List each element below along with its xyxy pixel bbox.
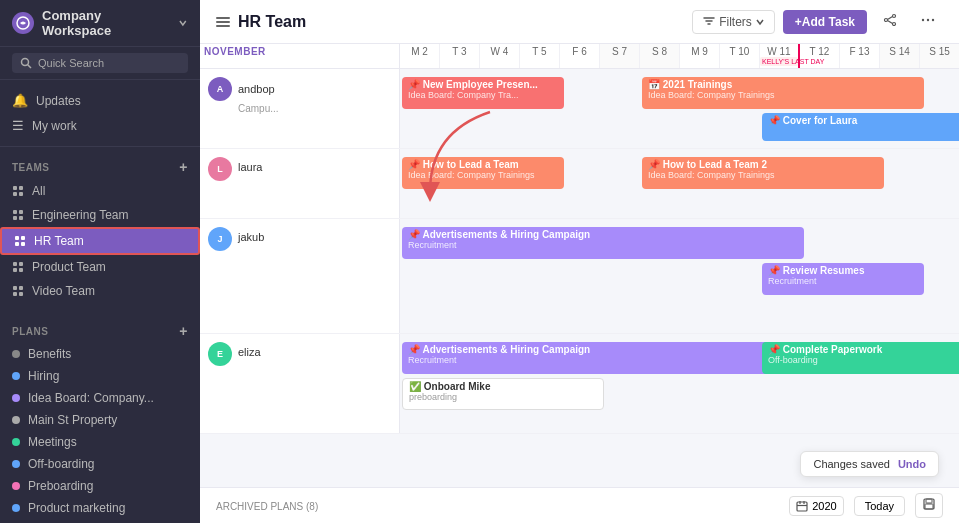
svg-rect-21: [13, 292, 17, 296]
plan-dot: [12, 372, 20, 380]
svg-rect-8: [19, 210, 23, 214]
sidebar-item-video-label: Video Team: [32, 284, 95, 298]
sidebar: Company Workspace Quick Search 🔔 Updates…: [0, 0, 200, 523]
day-label: S 14: [880, 46, 919, 57]
task-title: 📌 How to Lead a Team: [408, 159, 558, 170]
task-ads-hiring-eliza[interactable]: 📌 Advertisements & Hiring Campaign Recru…: [402, 342, 804, 374]
plan-hiring[interactable]: Hiring: [0, 365, 200, 387]
undo-button[interactable]: Undo: [898, 458, 926, 470]
sidebar-item-hr[interactable]: HR Team: [0, 227, 200, 255]
task-2021-trainings[interactable]: 📅 2021 Trainings Idea Board: Company Tra…: [642, 77, 924, 109]
svg-point-1: [22, 59, 29, 66]
day-label: W 11: [760, 46, 798, 57]
bottom-controls: 2020 Today: [789, 493, 943, 518]
plan-product-marketing-label: Product marketing: [28, 501, 125, 515]
plan-idea-board-label: Idea Board: Company...: [28, 391, 154, 405]
month-label: NOVEMBER: [204, 46, 395, 57]
search-area[interactable]: Quick Search: [0, 47, 200, 80]
share-button[interactable]: [875, 8, 905, 35]
task-how-lead[interactable]: 📌 How to Lead a Team Idea Board: Company…: [402, 157, 564, 189]
day-label: S 7: [600, 46, 639, 57]
row-label-header: NOVEMBER: [200, 44, 400, 68]
svg-rect-11: [15, 236, 19, 240]
task-cover-laura[interactable]: 📌 Cover for Laura: [762, 113, 959, 141]
row-label-jakub: J jakub: [200, 219, 400, 333]
svg-rect-4: [19, 186, 23, 190]
task-complete-paperwork[interactable]: 📌 Complete Paperwork Off-boarding: [762, 342, 959, 374]
sidebar-item-hr-label: HR Team: [34, 234, 84, 248]
sidebar-item-all[interactable]: All: [0, 179, 200, 203]
plan-main-st[interactable]: Main St Property: [0, 409, 200, 431]
sidebar-item-product[interactable]: Product Team: [0, 255, 200, 279]
archived-label-footer: ARCHIVED PLANS (8): [216, 501, 318, 512]
task-title: 📌 Complete Paperwork: [768, 344, 956, 355]
team-icon: [12, 209, 24, 221]
plan-product-marketing[interactable]: Product marketing: [0, 497, 200, 519]
svg-rect-14: [21, 242, 25, 246]
task-sub: preboarding: [409, 392, 597, 402]
task-ads-hiring-jakub[interactable]: 📌 Advertisements & Hiring Campaign Recru…: [402, 227, 804, 259]
bell-icon: 🔔: [12, 93, 28, 108]
day-col-14: S 15: [920, 44, 959, 68]
svg-point-29: [927, 19, 929, 21]
svg-rect-3: [13, 186, 17, 190]
teams-label: TEAMS: [12, 162, 50, 173]
nav-my-work[interactable]: ☰ My work: [0, 113, 200, 138]
svg-point-30: [932, 19, 934, 21]
svg-line-27: [888, 21, 893, 24]
teams-section: TEAMS + All Engineering Team HR Team Pro…: [0, 147, 200, 311]
gantt-row-laura: L laura 📌 How to Lead a Team Idea Board:…: [200, 149, 959, 219]
row-label-eliza: E eliza: [200, 334, 400, 433]
svg-rect-10: [19, 216, 23, 220]
sidebar-item-all-label: All: [32, 184, 45, 198]
svg-point-23: [893, 15, 896, 18]
product-team-icon: [12, 261, 24, 273]
save-button[interactable]: [915, 493, 943, 518]
calendar-button[interactable]: 2020: [789, 496, 843, 516]
plan-preboarding[interactable]: Preboarding: [0, 475, 200, 497]
add-task-button[interactable]: +Add Task: [783, 10, 867, 34]
plan-dot: [12, 504, 20, 512]
timeline-container[interactable]: NOVEMBER M 2 T 3 W 4 T 5: [200, 44, 959, 487]
plan-meetings[interactable]: Meetings: [0, 431, 200, 453]
year-label: 2020: [812, 500, 836, 512]
changes-saved-toast: Changes saved Undo: [800, 451, 939, 477]
day-col-3: W 4: [480, 44, 520, 68]
task-sub: Idea Board: Company Trainings: [648, 90, 918, 100]
svg-point-28: [922, 19, 924, 21]
timeline-header: NOVEMBER M 2 T 3 W 4 T 5: [200, 44, 959, 69]
task-how-lead-2[interactable]: 📌 How to Lead a Team 2 Idea Board: Compa…: [642, 157, 884, 189]
quick-search-box[interactable]: Quick Search: [12, 53, 188, 73]
task-review-resumes-1[interactable]: 📌 Review Resumes Recruitment: [762, 263, 924, 295]
sidebar-item-engineering[interactable]: Engineering Team: [0, 203, 200, 227]
svg-rect-9: [13, 216, 17, 220]
svg-rect-17: [13, 268, 17, 272]
task-new-employee[interactable]: 📌 New Employee Presen... Idea Board: Com…: [402, 77, 564, 109]
sidebar-item-video[interactable]: Video Team: [0, 279, 200, 303]
add-plan-button[interactable]: +: [179, 323, 188, 339]
day-col-8: M 9: [680, 44, 720, 68]
svg-rect-16: [19, 262, 23, 266]
video-team-icon: [12, 285, 24, 297]
plan-idea-board[interactable]: Idea Board: Company...: [0, 387, 200, 409]
archived-plans-footer[interactable]: ARCHIVED PLANS (8): [216, 499, 318, 513]
task-onboard-mike[interactable]: ✅ Onboard Mike preboarding: [402, 378, 604, 410]
task-sub: Idea Board: Company Tra...: [408, 90, 558, 100]
plan-benefits[interactable]: Benefits: [0, 343, 200, 365]
nav-updates[interactable]: 🔔 Updates: [0, 88, 200, 113]
add-team-button[interactable]: +: [179, 159, 188, 175]
day-col-4: T 5: [520, 44, 560, 68]
plan-dot: [12, 394, 20, 402]
svg-rect-6: [19, 192, 23, 196]
row-tasks-andbop: 📌 New Employee Presen... Idea Board: Com…: [400, 69, 959, 148]
day-label: T 10: [720, 46, 759, 57]
search-label: Quick Search: [38, 57, 104, 69]
more-options-button[interactable]: [913, 8, 943, 35]
filter-button[interactable]: Filters: [692, 10, 775, 34]
user-sub-andbop: Campu...: [208, 103, 391, 114]
today-button[interactable]: Today: [854, 496, 905, 516]
plans-label: PLANS: [12, 326, 48, 337]
plan-rebranding[interactable]: Rebranding: [0, 519, 200, 523]
plan-off-boarding[interactable]: Off-boarding: [0, 453, 200, 475]
svg-rect-20: [19, 286, 23, 290]
